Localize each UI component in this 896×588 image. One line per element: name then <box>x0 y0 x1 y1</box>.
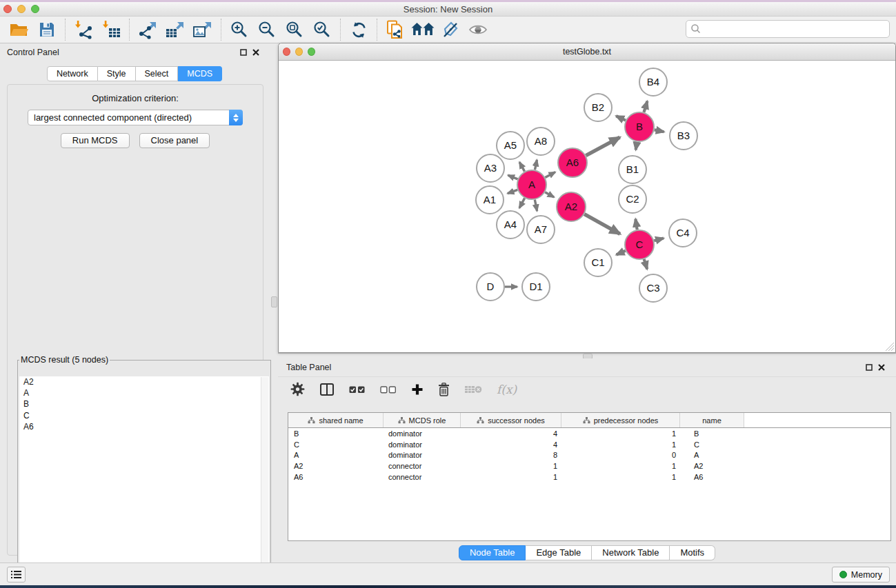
table-cell[interactable]: connector <box>384 462 461 470</box>
mcds-result-item[interactable]: C <box>19 410 269 421</box>
table-cell[interactable]: C <box>680 440 744 449</box>
table-cell[interactable]: 1 <box>561 473 680 481</box>
select-all-button[interactable] <box>349 385 366 394</box>
clear-table-button[interactable] <box>464 384 482 395</box>
table-cell[interactable]: 4 <box>461 429 561 438</box>
graph-edge[interactable] <box>617 251 626 255</box>
memory-button[interactable]: Memory <box>832 567 890 582</box>
toggle-view-button[interactable] <box>464 18 492 41</box>
graph-edge[interactable] <box>616 116 626 120</box>
table-cell[interactable]: connector <box>384 473 461 481</box>
vertical-splitter-handle[interactable] <box>271 296 277 307</box>
node-table[interactable]: shared nameMCDS rolesuccessor nodesprede… <box>288 412 891 541</box>
table-row[interactable]: A2connector11A2 <box>288 460 890 472</box>
table-row[interactable]: Bdominator41B <box>288 428 890 439</box>
graph-edge[interactable] <box>545 172 555 178</box>
column-header[interactable]: name <box>680 413 744 427</box>
delete-row-button[interactable] <box>438 383 450 396</box>
close-table-panel-button[interactable] <box>875 362 888 373</box>
graph-edge[interactable] <box>644 259 648 269</box>
tab-network-table[interactable]: Network Table <box>592 545 670 560</box>
save-session-button[interactable] <box>33 18 61 41</box>
zoom-out-button[interactable] <box>253 18 281 41</box>
close-panel-button[interactable] <box>250 47 262 58</box>
deselect-all-button[interactable] <box>380 385 397 394</box>
optimization-criterion-select[interactable]: largest connected component (directed) <box>28 110 243 125</box>
zoom-selected-button[interactable] <box>308 18 336 41</box>
table-cell[interactable]: A <box>680 451 744 459</box>
float-table-panel-button[interactable] <box>863 362 875 373</box>
table-cell[interactable]: A <box>288 451 384 459</box>
tab-network[interactable]: Network <box>47 66 98 81</box>
graph-edge[interactable] <box>644 101 647 112</box>
graph-edge[interactable] <box>655 130 664 132</box>
export-image-button[interactable] <box>189 18 217 41</box>
table-row[interactable]: A6connector11A6 <box>288 472 890 483</box>
graph-edge[interactable] <box>636 142 637 150</box>
task-history-button[interactable] <box>7 567 26 582</box>
tab-mcds[interactable]: MCDS <box>178 66 222 81</box>
float-panel-button[interactable] <box>237 47 250 58</box>
network-window-titlebar[interactable]: testGlobe.txt <box>279 43 895 61</box>
table-cell[interactable]: 1 <box>461 462 561 470</box>
column-header[interactable]: MCDS role <box>384 413 461 427</box>
mcds-result-item[interactable]: B <box>19 398 269 409</box>
table-row[interactable]: Cdominator41C <box>288 439 890 450</box>
table-cell[interactable]: B <box>288 429 384 438</box>
open-session-button[interactable] <box>6 18 33 41</box>
graph-edge[interactable] <box>519 162 524 172</box>
table-cell[interactable]: dominator <box>384 451 461 459</box>
import-network-button[interactable] <box>70 18 97 41</box>
graph-edge[interactable] <box>535 200 537 212</box>
export-network-button[interactable] <box>134 18 161 41</box>
mcds-result-item[interactable]: A6 <box>19 421 269 432</box>
tab-edge-table[interactable]: Edge Table <box>526 545 592 560</box>
table-cell[interactable]: 4 <box>461 440 561 449</box>
table-cell[interactable]: 8 <box>461 451 561 459</box>
graph-edge[interactable] <box>586 137 619 155</box>
table-cell[interactable]: A2 <box>288 462 384 470</box>
table-cell[interactable]: 1 <box>561 462 680 470</box>
show-columns-button[interactable] <box>319 383 335 396</box>
graph-edge[interactable] <box>508 175 517 179</box>
add-row-button[interactable] <box>411 383 424 396</box>
column-header[interactable]: predecessor nodes <box>561 413 680 427</box>
search-field[interactable] <box>686 20 890 38</box>
tab-motifs[interactable]: Motifs <box>670 545 715 560</box>
import-table-button[interactable] <box>97 18 125 41</box>
table-cell[interactable]: A2 <box>680 462 744 470</box>
tab-style[interactable]: Style <box>98 66 136 81</box>
table-cell[interactable]: A6 <box>680 473 744 481</box>
toggle-annotations-button[interactable] <box>437 18 464 41</box>
network-canvas[interactable]: B4B2BB3B1A5A8A6A3AA1A4A7A2C2C4CC1C3DD1 <box>279 61 895 352</box>
resize-grip[interactable] <box>886 343 895 352</box>
home-button[interactable] <box>409 18 437 41</box>
graph-edge[interactable] <box>654 239 664 241</box>
clone-network-button[interactable] <box>381 18 409 41</box>
mcds-result-item[interactable]: A <box>19 387 269 398</box>
zoom-fit-button[interactable] <box>281 18 308 41</box>
graph-edge[interactable] <box>545 192 554 197</box>
tab-node-table[interactable]: Node Table <box>459 545 526 560</box>
table-cell[interactable]: 1 <box>561 429 680 438</box>
graph-edge[interactable] <box>535 160 537 170</box>
graph-edge[interactable] <box>635 219 637 230</box>
mcds-result-item[interactable]: A2 <box>19 376 269 387</box>
graph-edge[interactable] <box>584 214 620 234</box>
column-header[interactable]: successor nodes <box>461 413 561 427</box>
mcds-result-list[interactable]: A2ABCA6 <box>19 376 269 588</box>
table-cell[interactable]: B <box>680 429 744 438</box>
zoom-in-button[interactable] <box>226 18 253 41</box>
table-settings-button[interactable] <box>290 382 305 396</box>
graph-edge[interactable] <box>508 190 517 193</box>
result-scrollbar[interactable] <box>261 377 268 588</box>
apply-layout-button[interactable] <box>345 18 372 41</box>
table-cell[interactable]: dominator <box>384 440 461 449</box>
graph-edge[interactable] <box>519 198 525 207</box>
table-cell[interactable]: A6 <box>288 473 384 481</box>
table-cell[interactable]: 0 <box>561 451 680 459</box>
table-cell[interactable]: 1 <box>561 440 680 449</box>
tab-select[interactable]: Select <box>136 66 179 81</box>
network-graph[interactable]: B4B2BB3B1A5A8A6A3AA1A4A7A2C2C4CC1C3DD1 <box>279 61 895 352</box>
close-panel-button-mcds[interactable]: Close panel <box>139 133 210 148</box>
